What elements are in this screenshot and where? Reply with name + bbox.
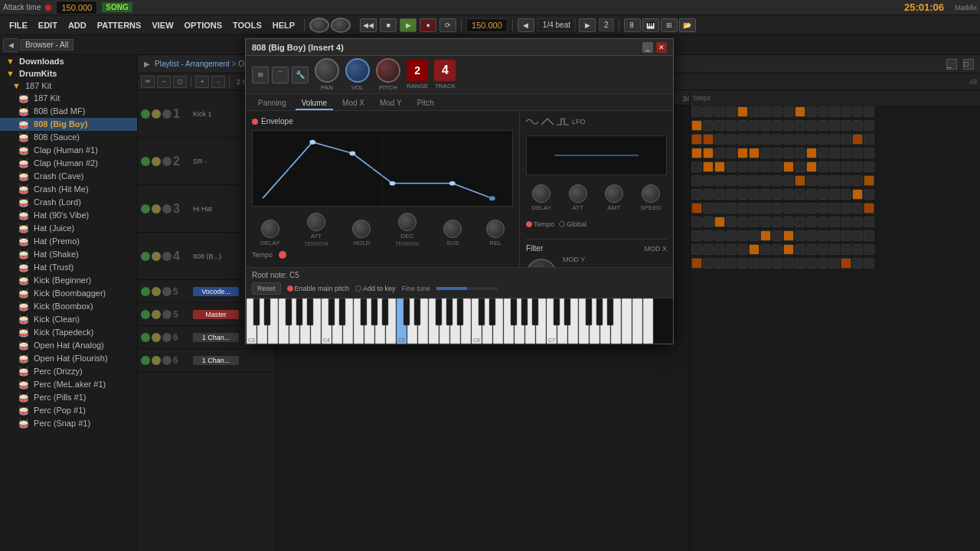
seq-btn-3-1[interactable] <box>703 148 714 158</box>
sidebar-item-187kit-folder[interactable]: ▼ 187 Kit <box>0 80 137 92</box>
plugin-close[interactable]: ✕ <box>656 42 667 53</box>
sidebar-item-kickbeginner[interactable]: 🥁 Kick (Beginner) <box>0 274 137 287</box>
tempo-input[interactable]: 150.000 <box>466 18 508 32</box>
seq-btn-6-15[interactable] <box>864 189 874 200</box>
seq-btn-7-6[interactable] <box>760 203 771 214</box>
sidebar-item-percdrizzy[interactable]: 🥁 Perc (Drizzy) <box>0 365 137 378</box>
seq-btn-7-8[interactable] <box>783 203 794 214</box>
seq-btn-3-10[interactable] <box>806 148 817 158</box>
seq-btn-3-7[interactable] <box>772 148 782 158</box>
seq-btn-10-8[interactable] <box>783 244 794 255</box>
seq-btn-9-6[interactable] <box>760 230 771 241</box>
lfo-tempo-radio[interactable]: Tempo <box>526 220 554 228</box>
sus-knob[interactable] <box>443 220 462 238</box>
tab-panning[interactable]: Panning <box>252 97 292 110</box>
seq-btn-4-4[interactable] <box>737 161 748 172</box>
delay-knob[interactable] <box>261 220 279 238</box>
seq-btn-0-12[interactable] <box>829 106 840 117</box>
sidebar-item-percmelaker[interactable]: 🥁 Perc (MeL.aker #1) <box>0 378 137 391</box>
seq-btn-1-7[interactable] <box>772 120 782 131</box>
sidebar-item-clap1[interactable]: 🥁 Clap (Human #1) <box>0 144 137 157</box>
seq-btn-10-11[interactable] <box>818 244 828 255</box>
seq-btn-2-14[interactable] <box>852 134 863 145</box>
seq-btn-8-10[interactable] <box>806 217 817 227</box>
seq-btn-10-0[interactable] <box>691 244 702 255</box>
hold-knob[interactable] <box>352 220 371 238</box>
seq-btn-4-8[interactable] <box>783 161 794 172</box>
seq-btn-5-13[interactable] <box>841 175 851 186</box>
seq-btn-5-10[interactable] <box>806 175 817 186</box>
track-solo-6b[interactable] <box>152 356 161 365</box>
black-key-gs7[interactable] <box>596 298 603 325</box>
seq-btn-5-4[interactable] <box>737 175 748 186</box>
seq-btn-6-10[interactable] <box>806 189 817 200</box>
seq-btn-10-15[interactable] <box>864 244 874 255</box>
seq-btn-9-15[interactable] <box>864 230 874 241</box>
draw-tool[interactable]: ✏ <box>141 76 155 88</box>
sidebar-item-percsnap[interactable]: 🥁 Perc (Snap #1) <box>0 417 137 430</box>
seq-btn-1-1[interactable] <box>703 120 714 131</box>
seq-btn-7-9[interactable] <box>795 203 805 214</box>
seq-btn-11-6[interactable] <box>760 258 771 269</box>
seq-btn-9-1[interactable] <box>703 230 714 241</box>
seq-btn-10-3[interactable] <box>726 244 737 255</box>
seq-btn-7-11[interactable] <box>818 203 828 214</box>
seq-btn-6-4[interactable] <box>737 189 748 200</box>
sidebar-item-drumkits[interactable]: ▼ DrumKits <box>0 67 137 80</box>
seq-btn-9-14[interactable] <box>852 230 863 241</box>
erase-tool[interactable]: ◻ <box>173 76 187 88</box>
seq-btn-8-1[interactable] <box>703 217 714 227</box>
sidebar-item-hatshake[interactable]: 🥁 Hat (Shake) <box>0 248 137 261</box>
seq-btn-8-6[interactable] <box>760 217 771 227</box>
seq-btn-5-7[interactable] <box>772 175 782 186</box>
seq-btn-11-5[interactable] <box>749 258 760 269</box>
seq-btn-0-11[interactable] <box>818 106 828 117</box>
tab-pitch[interactable]: Pitch <box>411 97 440 110</box>
seq-btn-0-7[interactable] <box>772 106 782 117</box>
track-mute-5a[interactable] <box>141 287 150 296</box>
black-key-fs6[interactable] <box>511 298 517 325</box>
seq-btn-2-15[interactable] <box>864 134 874 145</box>
sidebar-item-hattrust[interactable]: 🥁 Hat (Trust) <box>0 261 137 274</box>
seq-btn-3-2[interactable] <box>714 148 725 158</box>
track-mute-3[interactable] <box>141 204 150 214</box>
sidebar-item-808badmf[interactable]: 🥁 808 (Bad MF) <box>0 105 137 118</box>
seq-btn-5-14[interactable] <box>852 175 863 186</box>
seq-btn-8-14[interactable] <box>852 217 863 227</box>
seq-btn-2-4[interactable] <box>737 134 748 145</box>
seq-btn-6-9[interactable] <box>795 189 805 200</box>
seq-btn-1-13[interactable] <box>841 120 851 131</box>
seq-btn-7-7[interactable] <box>772 203 782 214</box>
step-display[interactable]: 2 <box>599 18 614 31</box>
env-tempo-radio[interactable] <box>279 251 286 259</box>
seq-btn-7-5[interactable] <box>749 203 760 214</box>
browser-icon[interactable]: 📂 <box>679 18 696 32</box>
menu-tools[interactable]: TOOLS <box>228 19 266 31</box>
plugin-minimize[interactable]: _ <box>642 42 653 53</box>
fine-tune-slider[interactable] <box>436 287 498 290</box>
seq-btn-11-14[interactable] <box>852 258 863 269</box>
dec-knob[interactable] <box>398 213 416 231</box>
black-key-ds6[interactable] <box>489 298 495 325</box>
seq-btn-2-0[interactable] <box>691 134 702 145</box>
plugin-settings-icon[interactable]: 🔧 <box>292 67 309 83</box>
black-key-gs4[interactable] <box>371 298 377 325</box>
seq-btn-2-9[interactable] <box>795 134 805 145</box>
sidebar-item-openhatanalog[interactable]: 🥁 Open Hat (Analog) <box>0 339 137 352</box>
seq-btn-0-9[interactable] <box>795 106 805 117</box>
seq-btn-0-8[interactable] <box>783 106 794 117</box>
seq-btn-2-8[interactable] <box>783 134 794 145</box>
seq-btn-11-10[interactable] <box>806 258 817 269</box>
seq-btn-1-9[interactable] <box>795 120 805 131</box>
black-key-cs5[interactable] <box>403 298 410 325</box>
sidebar-item-percpop[interactable]: 🥁 Perc (Pop #1) <box>0 404 137 417</box>
seq-btn-1-0[interactable] <box>691 120 702 131</box>
lfo-att-knob[interactable] <box>569 184 587 203</box>
seq-btn-0-5[interactable] <box>749 106 760 117</box>
seq-btn-1-14[interactable] <box>852 120 863 131</box>
seq-btn-9-12[interactable] <box>829 230 840 241</box>
seq-btn-10-6[interactable] <box>760 244 771 255</box>
sidebar-item-hatpremo[interactable]: 🥁 Hat (Premo) <box>0 235 137 248</box>
seq-btn-11-9[interactable] <box>795 258 805 269</box>
seq-btn-4-12[interactable] <box>829 161 840 172</box>
